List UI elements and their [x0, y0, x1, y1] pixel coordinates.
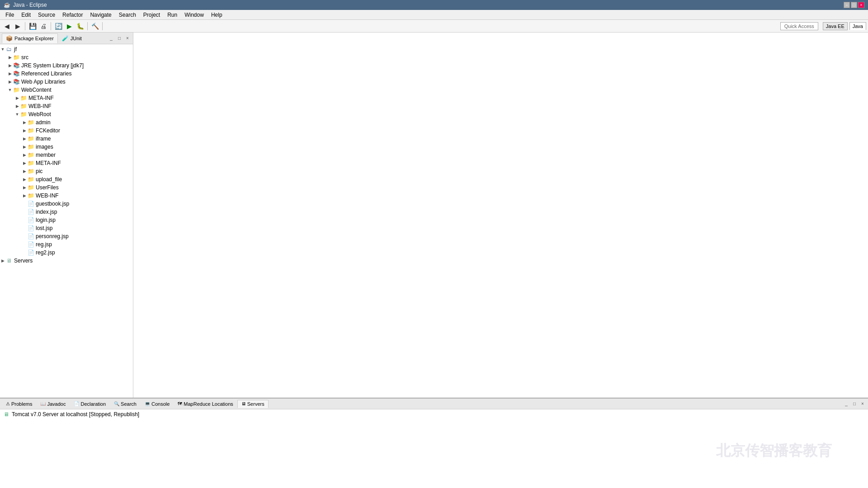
tree-item-webroot[interactable]: ▼📁WebRoot: [0, 110, 133, 118]
tree-item-index[interactable]: 📄index.jsp: [0, 208, 133, 216]
app-icon: ☕: [4, 2, 10, 8]
tree-icon-jf: 🗂: [5, 46, 13, 53]
bottom-tab-problems[interactable]: ⚠Problems: [2, 400, 36, 408]
print-button[interactable]: 🖨: [38, 21, 48, 31]
close-button[interactable]: ×: [858, 2, 864, 8]
save-button[interactable]: 💾: [28, 21, 38, 31]
menu-item-project[interactable]: Project: [140, 11, 164, 19]
tree-toggle-servers[interactable]: ▶: [0, 258, 5, 263]
build-button[interactable]: 🔨: [90, 21, 100, 31]
run-button[interactable]: ▶: [64, 21, 74, 31]
tree-toggle-admin[interactable]: ▶: [22, 120, 27, 125]
menu-item-window[interactable]: Window: [181, 11, 208, 19]
tree-item-reg2[interactable]: 📄reg2.jsp: [0, 249, 133, 257]
menu-item-file[interactable]: File: [2, 11, 18, 19]
tree-toggle-jre[interactable]: ▶: [7, 63, 13, 68]
search-icon: 🔍: [114, 401, 119, 406]
close-panel-button[interactable]: ×: [124, 35, 131, 42]
tree-item-web-inf2[interactable]: ▶📁WEB-INF: [0, 192, 133, 200]
tree-toggle-web-inf2[interactable]: ▶: [22, 193, 27, 198]
tree-item-fckeditor[interactable]: ▶📁FCKeditor: [0, 127, 133, 135]
bottom-panel: ⚠Problems📖Javadoc📄Declaration🔍Search💻Con…: [0, 398, 868, 488]
bottom-tab-servers[interactable]: 🖥Servers: [237, 400, 269, 408]
tree-toggle-web-inf[interactable]: ▶: [14, 103, 20, 109]
tree-item-meta-inf2[interactable]: ▶📁META-INF: [0, 159, 133, 167]
bottom-tab-declaration[interactable]: 📄Declaration: [70, 400, 110, 408]
tree-item-src[interactable]: ▶📁src: [0, 53, 133, 61]
bottom-tab-mapreduce-locations[interactable]: 🗺MapReduce Locations: [174, 400, 237, 408]
title-bar-controls[interactable]: − □ ×: [844, 2, 864, 8]
bottom-close-button[interactable]: ×: [859, 400, 866, 408]
tree-toggle-src[interactable]: ▶: [7, 55, 13, 60]
tree-label-guestbook: guestbook.jsp: [36, 201, 69, 207]
tab-package-explorer[interactable]: 📦 Package Explorer: [2, 33, 58, 43]
tree-item-guestbook[interactable]: 📄guestbook.jsp: [0, 200, 133, 208]
tree-toggle-webcontent[interactable]: ▼: [7, 87, 13, 93]
tree-toggle-member[interactable]: ▶: [22, 152, 27, 158]
tree-item-webcontent[interactable]: ▼📁WebContent: [0, 86, 133, 94]
tree-item-jf[interactable]: ▼🗂jf: [0, 45, 133, 53]
menu-item-source[interactable]: Source: [34, 11, 59, 19]
server-entry[interactable]: 🖥 Tomcat v7.0 Server at localhost [Stopp…: [0, 410, 868, 418]
tree-icon-personreg: 📄: [27, 233, 34, 240]
tree-toggle-webapp[interactable]: ▶: [7, 79, 13, 84]
tree-item-lost[interactable]: 📄lost.jsp: [0, 224, 133, 232]
bottom-tab-console[interactable]: 💻Console: [141, 400, 174, 408]
java-ee-perspective[interactable]: Java EE: [823, 22, 848, 30]
minimize-panel-button[interactable]: _: [108, 35, 115, 42]
back-button[interactable]: ◀: [2, 21, 12, 31]
tab-junit[interactable]: 🧪 JUnit: [58, 33, 86, 43]
tree-item-servers[interactable]: ▶🖥Servers: [0, 257, 133, 265]
tree-label-webroot: WebRoot: [28, 111, 51, 117]
tree-item-reflib[interactable]: ▶📚Referenced Libraries: [0, 70, 133, 78]
tree-item-admin[interactable]: ▶📁admin: [0, 118, 133, 127]
tree-item-userfiles[interactable]: ▶📁UserFiles: [0, 183, 133, 192]
tree-toggle-fckeditor[interactable]: ▶: [22, 128, 27, 133]
menu-item-search[interactable]: Search: [115, 11, 140, 19]
maximize-button[interactable]: □: [851, 2, 857, 8]
quick-access-input[interactable]: Quick Access: [780, 22, 818, 30]
forward-button[interactable]: ▶: [13, 21, 23, 31]
tree-toggle-meta-inf2[interactable]: ▶: [22, 160, 27, 166]
tree-toggle-webroot[interactable]: ▼: [14, 112, 20, 117]
tree-toggle-jf[interactable]: ▼: [0, 47, 5, 52]
menu-item-run[interactable]: Run: [164, 11, 181, 19]
tree-toggle-userfiles[interactable]: ▶: [22, 185, 27, 190]
tree-item-reg[interactable]: 📄reg.jsp: [0, 240, 133, 249]
debug-button[interactable]: 🐛: [75, 21, 85, 31]
menu-item-help[interactable]: Help: [208, 11, 226, 19]
tree-icon-upload_file: 📁: [27, 176, 34, 183]
java-perspective[interactable]: Java: [849, 22, 866, 30]
tree-toggle-meta-inf[interactable]: ▶: [14, 95, 20, 101]
maximize-panel-button[interactable]: □: [116, 35, 123, 42]
tree-item-login[interactable]: 📄login.jsp: [0, 216, 133, 224]
bottom-tab-search[interactable]: 🔍Search: [110, 400, 141, 408]
tree-item-jre[interactable]: ▶📚JRE System Library [jdk7]: [0, 61, 133, 70]
bottom-minimize-button[interactable]: _: [843, 400, 850, 408]
tree-container[interactable]: ▼🗂jf▶📁src▶📚JRE System Library [jdk7]▶📚Re…: [0, 44, 133, 398]
menu-item-navigate[interactable]: Navigate: [86, 11, 115, 19]
refresh-button[interactable]: 🔄: [53, 21, 63, 31]
problems-icon: ⚠: [6, 401, 10, 406]
tree-toggle-upload_file[interactable]: ▶: [22, 177, 27, 182]
minimize-button[interactable]: −: [844, 2, 850, 8]
tree-toggle-iframe[interactable]: ▶: [22, 136, 27, 141]
bottom-maximize-button[interactable]: □: [851, 400, 858, 408]
menu-item-refactor[interactable]: Refactor: [59, 11, 86, 19]
tree-label-meta-inf2: META-INF: [36, 160, 61, 166]
menu-item-edit[interactable]: Edit: [18, 11, 34, 19]
tree-item-meta-inf[interactable]: ▶📁META-INF: [0, 94, 133, 102]
tree-item-upload_file[interactable]: ▶📁upload_file: [0, 175, 133, 183]
tree-item-iframe[interactable]: ▶📁iframe: [0, 135, 133, 143]
tree-item-web-inf[interactable]: ▶📁WEB-INF: [0, 102, 133, 110]
tree-item-webapp[interactable]: ▶📚Web App Libraries: [0, 78, 133, 86]
tree-item-pic[interactable]: ▶📁pic: [0, 167, 133, 175]
tree-item-member[interactable]: ▶📁member: [0, 151, 133, 159]
junit-icon: 🧪: [62, 35, 69, 42]
tree-item-images[interactable]: ▶📁images: [0, 143, 133, 151]
tree-toggle-images[interactable]: ▶: [22, 144, 27, 150]
tree-toggle-pic[interactable]: ▶: [22, 169, 27, 174]
tree-item-personreg[interactable]: 📄personreg.jsp: [0, 232, 133, 240]
tree-toggle-reflib[interactable]: ▶: [7, 71, 13, 76]
bottom-tab-javadoc[interactable]: 📖Javadoc: [36, 400, 70, 408]
